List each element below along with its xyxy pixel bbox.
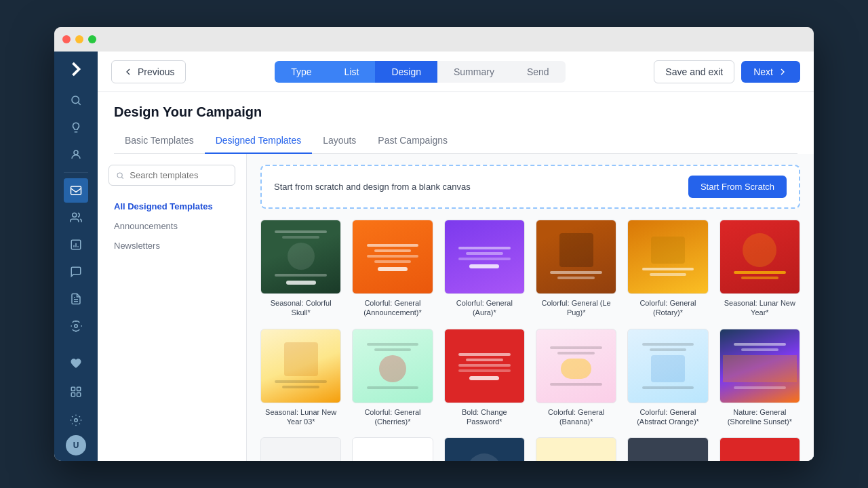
previous-button[interactable]: Previous [111,60,186,83]
svg-point-0 [72,96,79,104]
search-icon[interactable] [64,88,88,113]
template-name: Seasonal: Colorful Skull* [260,298,341,318]
previous-label: Previous [138,66,174,77]
next-button[interactable]: Next [741,61,800,83]
template-thumbnail [260,220,341,294]
template-card[interactable]: Colorful: General (Announcement)* [352,220,433,318]
sidebar-item-pages[interactable] [64,287,88,311]
template-thumbnail [352,220,433,294]
avatar[interactable]: U [66,435,86,455]
template-card[interactable]: Colorful: General (Aura)* [444,220,525,318]
template-thumbnail [536,437,616,461]
tab-layouts[interactable]: Layouts [312,128,367,154]
svg-point-11 [117,172,122,177]
save-exit-button[interactable]: Save and exit [654,60,734,83]
template-card[interactable] [260,437,341,461]
tab-past-campaigns[interactable]: Past Campaigns [367,128,458,154]
page-content: Design Your Campaign Basic Templates Des… [98,92,814,461]
template-name: Colorful: General (Aura)* [444,298,525,318]
sidebar-item-reports[interactable] [64,232,88,257]
topbar-right: Save and exit Next [654,60,800,83]
template-name: Colorful: General (Announcement)* [352,298,433,318]
template-card[interactable]: Colorful: General (Banana)* [536,329,616,427]
template-thumbnail [444,329,525,403]
filter-announcements[interactable]: Announcements [108,216,235,236]
search-input[interactable] [130,170,228,180]
templates-area: Start from scratch and design from a bla… [247,154,814,461]
template-card[interactable]: Nature: General (Shoreline Sunset)* [719,329,800,427]
svg-rect-7 [77,387,81,390]
filter-all[interactable]: All Designed Templates [108,197,235,216]
template-name: Colorful: General (Banana)* [536,407,616,427]
template-thumbnail [627,329,708,403]
template-name: Colorful: General (Abstract Orange)* [627,407,708,427]
tab-basic[interactable]: Basic Templates [114,128,205,154]
template-thumbnail [444,437,525,461]
maximize-button[interactable] [88,35,96,43]
sidebar-bottom: U [64,350,88,455]
step-summary[interactable]: Summary [437,61,511,83]
template-card[interactable]: Seasonal: Colorful Skull* [260,220,341,318]
minimize-button[interactable] [75,35,83,43]
templates-row-2: Seasonal: Lunar New Year 03* [260,329,800,427]
svg-point-10 [75,419,78,422]
template-name: Colorful: General (Rotary)* [627,298,708,318]
search-box[interactable] [108,165,235,186]
template-card[interactable] [444,437,525,461]
template-thumbnail [719,329,800,403]
sidebar-item-chat[interactable] [64,260,88,284]
lightbulb-icon[interactable] [64,115,88,140]
template-card[interactable]: Colorful: General (Cherries)* [352,329,433,427]
step-send[interactable]: Send [511,61,566,83]
step-list[interactable]: List [328,61,376,83]
template-card[interactable]: Colorful: General (Le Pug)* [536,220,616,318]
settings-icon[interactable] [64,408,88,432]
favorites-icon[interactable] [64,351,88,375]
filter-list: All Designed Templates Announcements New… [108,197,235,256]
scratch-text: Start from scratch and design from a bla… [274,182,471,192]
page-title: Design Your Campaign [114,104,797,120]
close-button[interactable] [62,35,71,43]
template-name: Nature: General (Shoreline Sunset)* [719,407,800,427]
template-thumbnail [627,437,708,461]
scratch-banner: Start from scratch and design from a bla… [260,165,800,209]
template-card[interactable]: Seasonal: Lunar New Year 03* [260,329,341,427]
template-name: Colorful: General (Le Pug)* [536,298,616,318]
tab-designed[interactable]: Designed Templates [205,128,313,154]
app-window: U Previous Type List [54,27,814,461]
template-thumbnail [260,437,341,461]
dashboard-icon[interactable] [64,380,88,404]
template-card[interactable] [536,437,616,461]
titlebar [54,27,814,52]
template-thumbnail [719,220,800,294]
sidebar-item-contacts[interactable] [64,205,88,230]
template-card[interactable]: Seasonal: Lunar New Year* [719,220,800,318]
left-panel: All Designed Templates Announcements New… [98,154,247,461]
template-card[interactable]: Bold: Change Password* [444,329,525,427]
sidebar-item-integrations[interactable] [64,314,88,338]
step-navigation: Type List Design Summary Send [197,61,643,83]
template-card[interactable] [719,437,800,461]
start-from-scratch-button[interactable]: Start From Scratch [688,176,787,198]
user-icon[interactable] [64,142,88,167]
template-card[interactable] [627,437,708,461]
template-card[interactable]: Colorful: General (Abstract Orange)* [627,329,708,427]
svg-point-3 [73,213,77,217]
sidebar-toggle[interactable] [64,57,88,81]
sidebar-divider [64,172,88,173]
step-type[interactable]: Type [275,61,328,83]
template-card[interactable] [352,437,433,461]
filter-newsletters[interactable]: Newsletters [108,236,235,256]
template-thumbnail [536,329,616,403]
sidebar-item-email[interactable] [64,178,88,203]
template-name: Seasonal: Lunar New Year 03* [260,407,341,427]
svg-rect-6 [71,387,75,390]
template-card[interactable]: Colorful: General (Rotary)* [627,220,708,318]
template-name: Seasonal: Lunar New Year* [719,298,800,318]
svg-point-1 [74,150,78,155]
template-thumbnail [444,220,525,294]
template-thumbnail [352,437,433,461]
templates-row-1: Seasonal: Colorful Skull* [260,220,800,318]
step-design[interactable]: Design [375,61,437,83]
templates-row-3 [260,437,800,461]
